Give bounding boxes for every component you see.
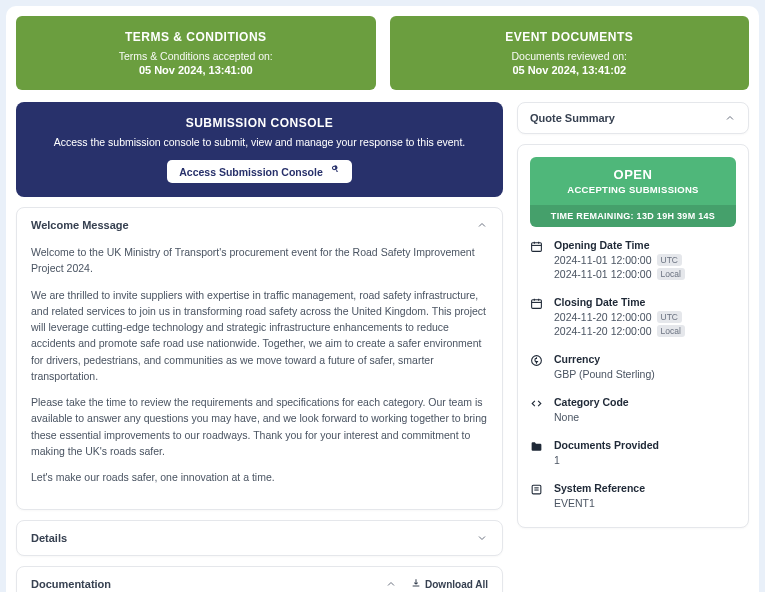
reference-value: EVENT1: [554, 497, 645, 509]
documentation-header-right: Download All: [385, 578, 488, 590]
terms-title: TERMS & CONDITIONS: [26, 30, 366, 44]
terms-card: TERMS & CONDITIONS Terms & Conditions ac…: [16, 16, 376, 90]
closing-local: 2024-11-20 12:00:00: [554, 325, 652, 337]
chevron-down-icon: [476, 532, 488, 544]
summary-header-card: Quote Summary: [517, 102, 749, 134]
chevron-up-icon: [724, 112, 736, 124]
key-icon: [329, 165, 340, 178]
welcome-p4: Let's make our roads safer, one innovati…: [31, 469, 488, 485]
documentation-card: Documentation Download All Ice_Create_Tr…: [16, 566, 503, 592]
documentation-title: Documentation: [31, 578, 111, 590]
status-label: OPEN: [538, 167, 728, 182]
status-sub: ACCEPTING SUBMISSIONS: [538, 184, 728, 195]
reference-label: System Reference: [554, 482, 645, 494]
welcome-card: Welcome Message Welcome to the UK Minist…: [16, 207, 503, 510]
details-card: Details: [16, 520, 503, 556]
chevron-up-icon: [385, 578, 397, 590]
svg-point-8: [532, 356, 542, 366]
opening-local: 2024-11-01 12:00:00: [554, 268, 652, 280]
category-label: Category Code: [554, 396, 629, 408]
status-box: OPEN ACCEPTING SUBMISSIONS TIME REMAININ…: [530, 157, 736, 227]
details-header[interactable]: Details: [17, 521, 502, 555]
opening-label: Opening Date Time: [554, 239, 685, 251]
time-remaining: TIME REMAINING: 13D 19H 39M 14S: [530, 205, 736, 227]
currency-label: Currency: [554, 353, 655, 365]
closing-utc: 2024-11-20 12:00:00: [554, 311, 652, 323]
right-col: Quote Summary OPEN ACCEPTING SUBMISSIONS…: [517, 102, 749, 592]
closing-date: Closing Date Time 2024-11-20 12:00:00UTC…: [530, 296, 736, 339]
code-icon: [530, 396, 544, 425]
terms-sub: Terms & Conditions accepted on:: [26, 50, 366, 62]
utc-tag: UTC: [657, 254, 682, 266]
top-row: TERMS & CONDITIONS Terms & Conditions ac…: [16, 16, 749, 90]
event-docs-date: 05 Nov 2024, 13:41:02: [400, 64, 740, 76]
opening-utc: 2024-11-01 12:00:00: [554, 254, 652, 266]
download-icon: [411, 578, 421, 590]
access-submission-button[interactable]: Access Submission Console: [167, 160, 352, 183]
closing-label: Closing Date Time: [554, 296, 685, 308]
main-row: SUBMISSION CONSOLE Access the submission…: [16, 102, 749, 592]
download-all-button[interactable]: Download All: [411, 578, 488, 590]
welcome-p1: Welcome to the UK Ministry of Transport'…: [31, 244, 488, 277]
documents-label: Documents Provided: [554, 439, 659, 451]
welcome-p3: Please take the time to review the requi…: [31, 394, 488, 459]
terms-date: 05 Nov 2024, 13:41:00: [26, 64, 366, 76]
welcome-title: Welcome Message: [31, 219, 129, 231]
opening-date: Opening Date Time 2024-11-01 12:00:00UTC…: [530, 239, 736, 282]
local-tag: Local: [657, 268, 685, 280]
summary-title: Quote Summary: [530, 112, 615, 124]
left-col: SUBMISSION CONSOLE Access the submission…: [16, 102, 503, 592]
download-all-label: Download All: [425, 579, 488, 590]
documentation-header[interactable]: Documentation Download All: [17, 567, 502, 592]
reference-item: System Reference EVENT1: [530, 482, 736, 511]
summary-body-card: OPEN ACCEPTING SUBMISSIONS TIME REMAININ…: [517, 144, 749, 528]
summary-info-list: Opening Date Time 2024-11-01 12:00:00UTC…: [518, 239, 748, 527]
documents-value: 1: [554, 454, 659, 466]
page: TERMS & CONDITIONS Terms & Conditions ac…: [6, 6, 759, 592]
category-item: Category Code None: [530, 396, 736, 425]
currency-icon: [530, 353, 544, 382]
currency-value: GBP (Pound Sterling): [554, 368, 655, 380]
folder-icon: [530, 439, 544, 468]
submission-btn-label: Access Submission Console: [179, 166, 323, 178]
event-docs-card: EVENT DOCUMENTS Documents reviewed on: 0…: [390, 16, 750, 90]
submission-console-card: SUBMISSION CONSOLE Access the submission…: [16, 102, 503, 197]
documents-item: Documents Provided 1: [530, 439, 736, 468]
welcome-header[interactable]: Welcome Message: [17, 208, 502, 242]
event-docs-sub: Documents reviewed on:: [400, 50, 740, 62]
submission-desc: Access the submission console to submit,…: [32, 136, 487, 148]
currency-item: Currency GBP (Pound Sterling): [530, 353, 736, 382]
welcome-body: Welcome to the UK Ministry of Transport'…: [17, 242, 502, 509]
svg-rect-0: [532, 243, 542, 252]
category-value: None: [554, 411, 629, 423]
event-docs-title: EVENT DOCUMENTS: [400, 30, 740, 44]
local-tag: Local: [657, 325, 685, 337]
details-title: Details: [31, 532, 67, 544]
reference-icon: [530, 482, 544, 511]
summary-header[interactable]: Quote Summary: [518, 103, 748, 133]
utc-tag: UTC: [657, 311, 682, 323]
chevron-up-icon: [476, 219, 488, 231]
welcome-p2: We are thrilled to invite suppliers with…: [31, 287, 488, 385]
calendar-icon: [530, 296, 544, 339]
submission-title: SUBMISSION CONSOLE: [32, 116, 487, 130]
svg-rect-4: [532, 300, 542, 309]
calendar-icon: [530, 239, 544, 282]
